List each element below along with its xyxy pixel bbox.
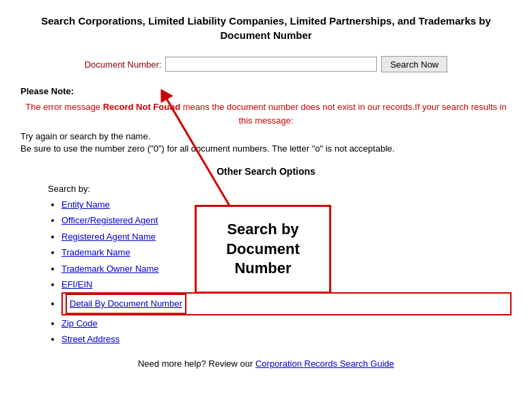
registered-agent-name-link[interactable]: Registered Agent Name bbox=[61, 231, 156, 242]
street-address-link[interactable]: Street Address bbox=[61, 334, 120, 344]
corporation-records-search-guide-link[interactable]: Corporation Records Search Guide bbox=[255, 358, 394, 369]
footer-help: Need more help? Review our Corporation R… bbox=[20, 358, 512, 369]
trademark-owner-name-link[interactable]: Trademark Owner Name bbox=[61, 264, 159, 274]
note-text: The error message Record Not Found means… bbox=[20, 100, 512, 127]
doc-number-input[interactable] bbox=[165, 57, 377, 72]
info-line-2: Be sure to use the number zero ("0") for… bbox=[20, 143, 512, 154]
list-item: Street Address bbox=[61, 331, 512, 347]
search-annotation-box: Search byDocumentNumber bbox=[195, 205, 331, 294]
record-not-found-bold: Record Not Found bbox=[103, 102, 180, 112]
annotation-box-text: Search byDocumentNumber bbox=[226, 220, 300, 279]
search-now-button[interactable]: Search Now bbox=[381, 56, 447, 72]
other-search-title: Other Search Options bbox=[20, 166, 512, 177]
officer-registered-agent-link[interactable]: Officer/Registered Agent bbox=[61, 215, 158, 225]
entity-name-link[interactable]: Entity Name bbox=[61, 199, 110, 210]
search-by-label: Search by: bbox=[48, 184, 512, 194]
detail-by-document-number-link[interactable]: Detail By Document Number bbox=[70, 298, 182, 309]
info-line-1: Try again or search by the name. bbox=[20, 131, 512, 141]
detail-by-document-number-item: Detail By Document Number bbox=[61, 292, 512, 315]
doc-number-label: Document Number: bbox=[85, 59, 162, 70]
please-note-label: Please Note: bbox=[20, 86, 512, 96]
highlight-box: Detail By Document Number bbox=[66, 294, 186, 313]
zip-code-link[interactable]: Zip Code bbox=[61, 318, 98, 328]
list-item: Zip Code bbox=[61, 315, 512, 331]
trademark-name-link[interactable]: Trademark Name bbox=[61, 247, 130, 257]
footer-text: Need more help? Review our bbox=[138, 358, 255, 369]
efi-ein-link[interactable]: EFI/EIN bbox=[61, 279, 93, 290]
page-title: Search Corporations, Limited Liability C… bbox=[20, 14, 512, 42]
